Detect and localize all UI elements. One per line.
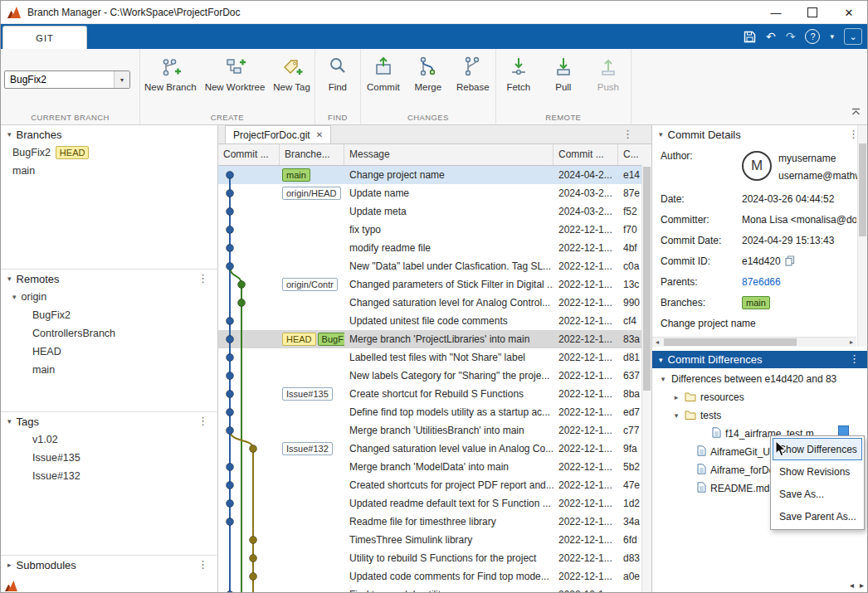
scrollbar-thumb[interactable] (859, 143, 866, 236)
copy-icon[interactable] (785, 255, 795, 266)
pull-button[interactable]: Pull (541, 49, 586, 92)
scrollbar-thumb[interactable] (643, 167, 651, 391)
caret-down-icon[interactable]: ▾ (659, 375, 667, 383)
table-row[interactable]: Labelled test files with "Not Share" lab… (218, 348, 651, 367)
table-row[interactable]: Merge branch 'ModelData' into main2022-1… (218, 458, 651, 476)
push-button[interactable]: Push (586, 49, 631, 92)
table-row[interactable]: Updated readme default text for S Functi… (218, 494, 651, 513)
scroll-right-icon[interactable]: ▸ (846, 338, 856, 347)
table-row[interactable]: Changed saturation level for Analog Cont… (218, 294, 651, 312)
help-icon[interactable]: ? (805, 29, 820, 44)
table-row[interactable]: Find top models utility2022-12-1... (218, 586, 651, 593)
find-button[interactable]: Find (315, 49, 360, 92)
tab-git[interactable]: GIT (2, 26, 87, 50)
table-row[interactable]: origin/HEADUpdate name2024-03-2...87e (218, 184, 651, 202)
details-scrollbar[interactable] (857, 125, 867, 347)
commit-details-header[interactable]: ▾ Commit Details ⋮ (652, 125, 868, 143)
table-scrollbar[interactable] (641, 165, 651, 593)
minimize-button[interactable]: — (758, 1, 794, 24)
table-row[interactable]: Created shortcuts for project PDF report… (218, 476, 651, 494)
help-caret-icon[interactable]: ▾ (830, 32, 834, 41)
diff-folder-tests[interactable]: ▾tests (652, 406, 868, 425)
scroll-left-icon[interactable]: ◂ (850, 581, 854, 590)
table-row[interactable]: New labels Category for "Sharing" the pr… (218, 367, 651, 385)
remote-origin-item[interactable]: ▾ origin (1, 288, 218, 306)
close-button[interactable]: ✕ (831, 1, 867, 24)
column-commit-date[interactable]: Commit ... (553, 144, 618, 165)
caret-down-icon[interactable]: ▾ (672, 411, 680, 420)
redo-icon[interactable]: ↷ (786, 30, 796, 43)
avatar: M (742, 151, 772, 181)
column-commit-id[interactable]: C... (618, 144, 640, 165)
submodules-menu-icon[interactable]: ⋮ (197, 558, 208, 571)
table-row[interactable]: Issue#135Create shortcut for Rebuild S F… (218, 385, 651, 403)
table-row[interactable]: Updated unitest file code comments2022-1… (218, 312, 651, 330)
collapse-toolstrip-icon[interactable] (851, 105, 861, 119)
tags-menu-icon[interactable]: ⋮ (197, 415, 208, 427)
ribbon-expand-button[interactable]: ⌄ (844, 28, 862, 45)
tag-item[interactable]: Issue#135 (1, 449, 218, 467)
branch-manager-window: Branch Manager - C:\WorkSpace\ProjectFor… (0, 0, 868, 593)
branch-item[interactable]: main (1, 162, 218, 180)
table-row[interactable]: modify readme file2022-12-1...4bf (218, 239, 651, 257)
remote-branch-item[interactable]: main (1, 361, 218, 379)
table-row[interactable]: Readme file for timesthree library2022-1… (218, 513, 651, 531)
rebase-button[interactable]: Rebase (451, 49, 495, 92)
table-row[interactable]: TimesThree Simulink library2022-12-1...6… (218, 531, 651, 549)
remote-branch-item[interactable]: ControllersBranch (1, 324, 218, 343)
caret-right-icon: ▸ (7, 561, 12, 569)
scroll-right-icon[interactable]: ▸ (860, 581, 864, 590)
remote-branch-item[interactable]: BugFix2 (1, 306, 218, 324)
maximize-button[interactable] (794, 1, 831, 24)
combo-caret-icon[interactable]: ▾ (114, 71, 129, 88)
scroll-left-icon[interactable]: ◂ (652, 338, 662, 347)
table-row[interactable]: Merge branch 'UtilitiesBranch' into main… (218, 421, 651, 440)
hscroll-thumb[interactable] (664, 338, 797, 346)
tags-header[interactable]: ▾ Tags ⋮ (1, 411, 218, 430)
tag-item[interactable]: v1.02 (1, 430, 218, 449)
table-row[interactable]: fix typo2022-12-1...f70 (218, 221, 651, 239)
new-worktree-button[interactable]: New Worktree (201, 49, 270, 92)
diff-folder-resources[interactable]: ▸resources (652, 388, 868, 406)
table-row[interactable]: Update meta2024-03-2...f52 (218, 202, 651, 221)
commit-differences-header[interactable]: ▾ Commit Differences ⋮ (652, 351, 868, 368)
tag-item[interactable]: Issue#132 (1, 467, 218, 485)
diff-root-node[interactable]: ▾Differences between e14d420 and 83 (652, 370, 868, 388)
date-value: 2024-03-26 04:44:52 (742, 193, 856, 205)
column-message[interactable]: Message (344, 144, 553, 165)
table-row[interactable]: Utility to rebuild S Functions for the p… (218, 549, 651, 567)
remotes-header[interactable]: ▾ Remotes ⋮ (1, 269, 218, 288)
branches-header[interactable]: ▾ Branches (1, 125, 218, 143)
table-row[interactable]: mainChange project name2024-04-2...e14 (218, 166, 651, 184)
new-tag-button[interactable]: New Tag (269, 49, 315, 92)
column-commit-graph[interactable]: Commit ... (218, 144, 280, 165)
details-hscrollbar[interactable]: ◂ ▸ (652, 337, 856, 347)
table-row[interactable]: Updated code comments for Find top mode.… (218, 567, 651, 586)
context-menu-item[interactable]: Show Revisions (773, 460, 862, 483)
parent-link[interactable]: 87e6d66 (742, 276, 856, 288)
table-row[interactable]: New "Data" label under Clasfication. Tag… (218, 257, 651, 275)
table-row[interactable]: HEADBugFMerge branch 'ProjectLibraries' … (218, 330, 651, 348)
close-tab-icon[interactable]: ✕ (316, 130, 323, 139)
caret-right-icon[interactable]: ▸ (672, 393, 680, 401)
table-row[interactable]: Define find top models utility as a star… (218, 403, 651, 421)
current-branch-combo[interactable]: BugFix2 ▾ (4, 70, 130, 89)
commit-button[interactable]: Commit (361, 49, 406, 92)
branch-item[interactable]: BugFix2HEAD (1, 143, 218, 162)
merge-button[interactable]: Merge (406, 49, 451, 92)
context-menu-item[interactable]: Save As... (773, 483, 862, 505)
submodules-header[interactable]: ▸ Submodules ⋮ (1, 555, 218, 574)
context-menu-item[interactable]: Save Parent As... (773, 505, 862, 527)
tab-projectfordoc-git[interactable]: ProjectForDoc.git ✕ (225, 125, 331, 143)
tabbar-menu-icon[interactable]: ⋮ (622, 128, 633, 140)
new-branch-button[interactable]: New Branch (140, 49, 201, 92)
remote-branch-item[interactable]: HEAD (1, 343, 218, 361)
remotes-menu-icon[interactable]: ⋮ (197, 272, 208, 284)
table-row[interactable]: origin/ContrChanged parameters of Stick … (218, 275, 651, 294)
save-icon[interactable] (744, 31, 756, 43)
commit-differences-menu-icon[interactable]: ⋮ (849, 352, 860, 365)
table-row[interactable]: Issue#132Changed saturation level value … (218, 440, 651, 458)
undo-icon[interactable]: ↶ (766, 30, 776, 43)
fetch-button[interactable]: Fetch (496, 49, 541, 92)
column-branches[interactable]: Branche... (280, 144, 344, 165)
